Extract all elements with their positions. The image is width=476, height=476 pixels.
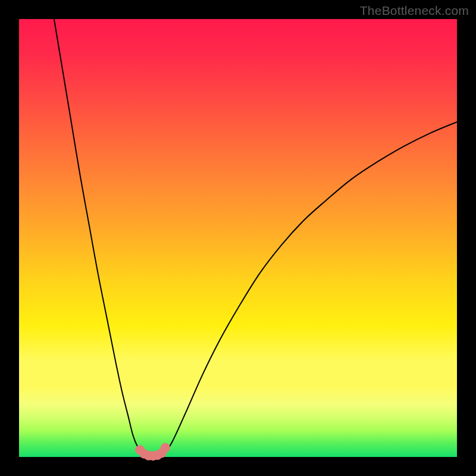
bottleneck-curve <box>54 19 457 456</box>
minimum-markers-group <box>135 443 170 461</box>
chart-frame: TheBottleneck.com <box>0 0 476 476</box>
plot-area <box>19 19 457 457</box>
curve-layer <box>19 19 457 457</box>
minimum-marker <box>161 443 170 453</box>
watermark-text: TheBottleneck.com <box>360 4 469 18</box>
